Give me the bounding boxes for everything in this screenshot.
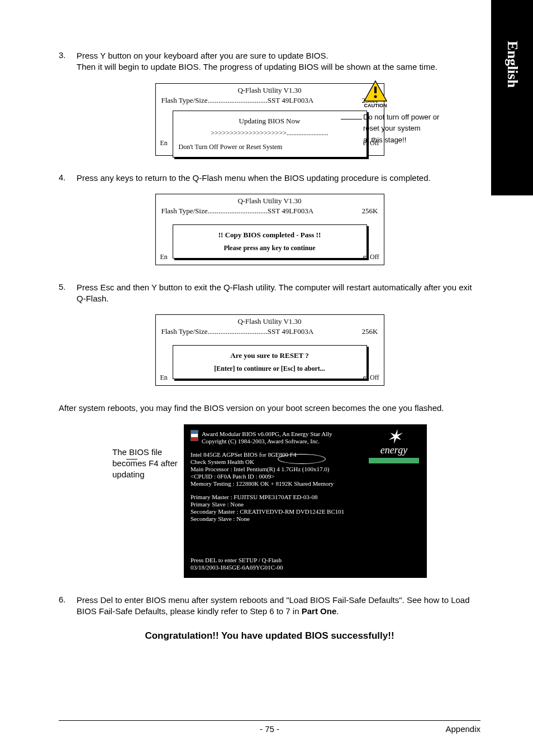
step-number: 4.: [59, 173, 77, 184]
step-text: Press Esc and then Y button to exit the …: [77, 282, 480, 305]
reset-header: Are you sure to RESET ?: [177, 351, 363, 360]
flash-size: 256K: [350, 207, 378, 216]
qflash-foot-right: er Off: [363, 374, 379, 382]
qflash-box-4-wrap: Q-Flash Utility V1.30 Flash Type/Size...…: [59, 194, 480, 265]
updating-progress: >>>>>>>>>>>>>>>>>>>>....................…: [177, 129, 363, 137]
completed-header: !! Copy BIOS completed - Pass !!: [177, 231, 363, 240]
step3-line2: Then it will begin to update BIOS. The p…: [77, 62, 437, 71]
qflash-foot-right: er Off: [363, 253, 379, 261]
step-text: Press any keys to return to the Q-Flash …: [77, 173, 480, 184]
step-text: Press Del to enter BIOS menu after syste…: [77, 595, 480, 618]
epa-bar: EPA POLLUTION PREVENTER: [369, 458, 419, 463]
step-text: Press Y button on your keyboard after yo…: [77, 50, 480, 73]
updating-warning: Don't Turn Off Power or Reset System: [177, 143, 363, 151]
boot-note: The BIOS file becomes F4 after updating: [112, 447, 179, 481]
qflash-title: Q-Flash Utility V1.30: [156, 315, 384, 327]
award-ribbon-icon: [191, 430, 198, 441]
caution-icon: [363, 80, 388, 102]
updating-header: Updating BIOS Now: [177, 117, 363, 126]
energy-word: energy: [369, 444, 419, 456]
flash-size: 256K: [350, 327, 378, 336]
qflash-foot-left: En: [160, 253, 168, 261]
boot-line: Award Modular BIOS v6.00PG, An Energy St…: [202, 430, 332, 437]
boot-leader-line: [126, 459, 137, 460]
step-number: 5.: [59, 282, 77, 305]
step-number: 6.: [59, 595, 77, 618]
boot-screen-wrap: The BIOS file becomes F4 after updating …: [59, 424, 480, 578]
sidebar-language-tab: English: [491, 0, 533, 195]
qflash-box-3-wrap: Q-Flash Utility V1.30 Flash Type/Size...…: [59, 83, 480, 156]
caution-line2: reset your system: [363, 124, 421, 132]
step-5: 5. Press Esc and then Y button to exit t…: [59, 282, 480, 305]
page-number: - 75 -: [260, 724, 279, 734]
qflash-inner-completed: !! Copy BIOS completed - Pass !! Please …: [173, 224, 367, 259]
qflash-typerow: Flash Type/Size.........................…: [156, 327, 384, 339]
step-6: 6. Press Del to enter BIOS menu after sy…: [59, 595, 480, 618]
step-3: 3. Press Y button on your keyboard after…: [59, 50, 480, 73]
caution-label: CAUTION: [363, 103, 388, 108]
page-content: 3. Press Y button on your keyboard after…: [59, 50, 480, 642]
section-name: Appendix: [445, 724, 480, 734]
bios-version-highlight: [278, 454, 326, 464]
leader-line: [341, 119, 362, 119]
flash-type: Flash Type/Size.........................…: [161, 207, 350, 216]
boot-line: Press DEL to enter SETUP / Q-Flash: [191, 557, 420, 563]
svg-point-2: [374, 95, 377, 98]
qflash-typerow: Flash Type/Size.........................…: [156, 207, 384, 219]
qflash-title: Q-Flash Utility V1.30: [156, 194, 384, 207]
sidebar-language-label: English: [504, 41, 521, 88]
step-4: 4. Press any keys to return to the Q-Fla…: [59, 173, 480, 184]
boot-line: Memory Testing : 122880K OK + 8192K Shar…: [191, 480, 420, 487]
boot-line: 03/18/2003-I845GE-6A69YG01C-00: [191, 564, 420, 571]
boot-line: Copyright (C) 1984-2003, Award Software,…: [202, 438, 332, 444]
qflash-title: Q-Flash Utility V1.30: [156, 84, 384, 96]
step3-line1: Press Y button on your keyboard after yo…: [77, 51, 329, 60]
congratulation-heading: Congratulation!! You have updated BIOS s…: [59, 630, 480, 642]
qflash-box-5-wrap: Q-Flash Utility V1.30 Flash Type/Size...…: [59, 314, 480, 386]
boot-line: Primary Master : FUJITSU MPE3170AT ED-03…: [191, 494, 420, 500]
boot-screen: ✶ energy EPA POLLUTION PREVENTER Award M…: [184, 424, 427, 578]
step6-bold: Part One: [302, 606, 337, 616]
qflash-box-3: Q-Flash Utility V1.30 Flash Type/Size...…: [155, 83, 384, 156]
caution-line1: Do not turn off power or: [363, 113, 439, 121]
caution-line3: at this stage!!: [363, 136, 406, 144]
qflash-box-5: Q-Flash Utility V1.30 Flash Type/Size...…: [155, 314, 384, 386]
after-reboot-paragraph: After system reboots, you may find the B…: [59, 403, 480, 414]
energy-star-logo: ✶ energy EPA POLLUTION PREVENTER: [369, 430, 419, 470]
qflash-typerow: Flash Type/Size.........................…: [156, 96, 384, 108]
svg-rect-1: [374, 87, 377, 93]
page-footer: - 75 - Appendix: [59, 720, 480, 734]
boot-line: Secondary Master : CREATIVEDVD-RM DVD124…: [191, 508, 420, 515]
flash-type: Flash Type/Size.........................…: [161, 327, 350, 336]
boot-line: Secondary Slave : None: [191, 515, 420, 522]
boot-line: Primary Slave : None: [191, 501, 420, 508]
qflash-inner-reset: Are you sure to RESET ? [Enter] to conti…: [173, 345, 367, 379]
qflash-foot-left: En: [160, 374, 168, 382]
step6-text-b: .: [336, 606, 339, 616]
step6-text-a: Press Del to enter BIOS menu after syste…: [77, 595, 470, 616]
qflash-box-4: Q-Flash Utility V1.30 Flash Type/Size...…: [155, 194, 384, 265]
boot-line: <CPUID : 0F0A Patch ID : 0009>: [191, 473, 420, 480]
reset-sub: [Enter] to continure or [Esc] to abort..…: [177, 365, 363, 373]
completed-sub: Please press any key to continue: [177, 244, 363, 252]
step-number: 3.: [59, 50, 77, 73]
caution-callout: CAUTION Do not turn off power or reset y…: [363, 80, 475, 146]
flash-type: Flash Type/Size.........................…: [161, 96, 350, 105]
qflash-foot-left: En: [160, 139, 168, 147]
qflash-inner-updating: Updating BIOS Now >>>>>>>>>>>>>>>>>>>>..…: [173, 111, 367, 157]
caution-text: Do not turn off power or reset your syst…: [363, 112, 475, 146]
